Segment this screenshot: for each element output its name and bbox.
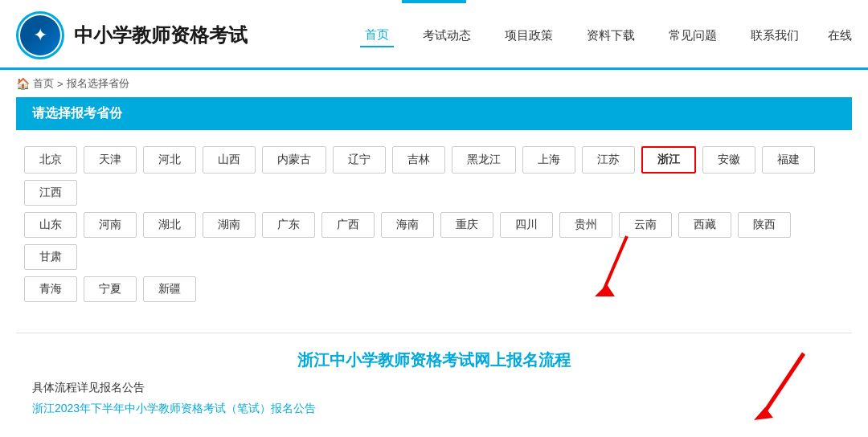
province-liaoning[interactable]: 辽宁: [333, 146, 386, 174]
province-shanghai[interactable]: 上海: [522, 146, 575, 174]
section-title: 请选择报考省份: [32, 106, 122, 120]
province-jiangxi[interactable]: 江西: [24, 180, 77, 206]
nav-download[interactable]: 资料下载: [582, 25, 640, 47]
breadcrumb: 🏠 首页 > 报名选择省份: [0, 70, 868, 97]
nav-home[interactable]: 首页: [360, 24, 394, 47]
province-chongqing[interactable]: 重庆: [440, 212, 493, 238]
province-heilongjiang[interactable]: 黑龙江: [452, 146, 516, 174]
province-hunan[interactable]: 湖南: [203, 212, 256, 238]
province-qinghai[interactable]: 青海: [24, 276, 77, 302]
province-jiangsu[interactable]: 江苏: [582, 146, 635, 174]
province-hubei[interactable]: 湖北: [143, 212, 196, 238]
province-ningxia[interactable]: 宁夏: [84, 276, 137, 302]
divider: [16, 333, 852, 333]
province-section: 北京 天津 河北 山西 内蒙古 辽宁 吉林 黑龙江 上海 江苏 浙江 安徽 福建…: [0, 130, 868, 325]
province-shaanxi[interactable]: 陕西: [738, 212, 791, 238]
logo-icon: [20, 15, 60, 55]
header: 中小学教师资格考试 首页 考试动态 项目政策 资料下载 常见问题 联系我们 在线: [0, 3, 868, 70]
province-sichuan[interactable]: 四川: [500, 212, 553, 238]
nav-online[interactable]: 在线: [828, 28, 852, 43]
province-neimenggu[interactable]: 内蒙古: [262, 146, 326, 174]
province-zhejiang[interactable]: 浙江: [641, 146, 696, 174]
province-xinjiang[interactable]: 新疆: [143, 276, 196, 302]
province-yunnan[interactable]: 云南: [619, 212, 672, 238]
site-title: 中小学教师资格考试: [74, 22, 248, 48]
section-title-bar: 请选择报考省份: [16, 97, 852, 130]
province-tianjin[interactable]: 天津: [84, 146, 137, 174]
province-hainan[interactable]: 海南: [381, 212, 434, 238]
province-row-3: 青海 宁夏 新疆: [24, 276, 844, 302]
province-jilin[interactable]: 吉林: [392, 146, 445, 174]
nav-faq[interactable]: 常见问题: [664, 25, 722, 47]
breadcrumb-current: 报名选择省份: [67, 76, 129, 91]
breadcrumb-home[interactable]: 首页: [33, 76, 54, 91]
logo-area: 中小学教师资格考试: [16, 11, 248, 59]
info-title: 浙江中小学教师资格考试网上报名流程: [32, 349, 836, 371]
province-beijing[interactable]: 北京: [24, 146, 77, 174]
nav-policy[interactable]: 项目政策: [500, 25, 558, 47]
province-shandong[interactable]: 山东: [24, 212, 77, 238]
info-subtitle: 具体流程详见报名公告: [32, 381, 836, 395]
province-henan[interactable]: 河南: [84, 212, 137, 238]
province-guangdong[interactable]: 广东: [262, 212, 315, 238]
province-row-2: 山东 河南 湖北 湖南 广东 广西 海南 重庆 四川 贵州 云南 西藏 陕西 甘…: [24, 212, 844, 270]
svg-marker-3: [754, 407, 773, 420]
province-guizhou[interactable]: 贵州: [559, 212, 612, 238]
breadcrumb-sep1: >: [57, 78, 63, 90]
nav-exam-news[interactable]: 考试动态: [418, 25, 476, 47]
exam-announcement-link[interactable]: 浙江2023年下半年中小学教师资格考试（笔试）报名公告: [32, 402, 316, 416]
province-anhui[interactable]: 安徽: [702, 146, 755, 174]
main-nav: 首页 考试动态 项目政策 资料下载 常见问题 联系我们 在线: [360, 24, 852, 47]
province-guangxi[interactable]: 广西: [321, 212, 375, 238]
province-xizang[interactable]: 西藏: [678, 212, 731, 238]
province-row-1: 北京 天津 河北 山西 内蒙古 辽宁 吉林 黑龙江 上海 江苏 浙江 安徽 福建…: [24, 146, 844, 206]
province-gansu[interactable]: 甘肃: [24, 244, 77, 270]
nav-contact[interactable]: 联系我们: [746, 25, 804, 47]
province-shanxi[interactable]: 山西: [203, 146, 256, 174]
logo-circle: [16, 11, 64, 59]
info-section: 浙江中小学教师资格考试网上报名流程 具体流程详见报名公告 浙江2023年下半年中…: [0, 341, 868, 437]
province-hebei[interactable]: 河北: [143, 146, 196, 174]
province-fujian[interactable]: 福建: [762, 146, 815, 174]
home-icon: 🏠: [16, 77, 30, 90]
